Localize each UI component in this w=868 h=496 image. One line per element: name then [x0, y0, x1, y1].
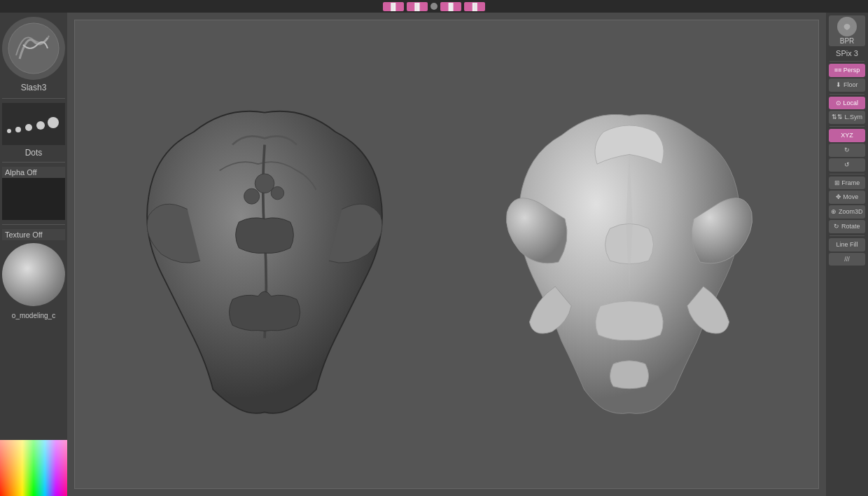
frame-button[interactable]: ⊞ Frame	[829, 177, 865, 190]
dots-preview-area[interactable]	[2, 103, 65, 145]
right-divider-2	[830, 94, 864, 95]
move-icon: ✥	[836, 193, 841, 200]
models-container	[75, 20, 818, 488]
local-label: Local	[844, 99, 859, 106]
svg-point-6	[48, 117, 59, 128]
right-divider-5	[830, 235, 864, 236]
line-fill-sub-icon: ///	[844, 256, 850, 263]
dynamic-persp-button[interactable]: ≡≡ Persp	[829, 64, 865, 77]
svg-point-9	[255, 174, 274, 193]
alpha-label: Alpha Off	[2, 167, 65, 178]
bpr-label: BPR	[840, 37, 855, 45]
main-viewport	[67, 13, 826, 496]
rotate-icon: ↻	[834, 223, 839, 230]
frame-icon: ⊞	[834, 179, 840, 186]
brush-icon-area[interactable]	[2, 17, 65, 80]
svg-point-2	[7, 129, 11, 133]
texture-preview[interactable]	[2, 243, 65, 306]
alpha-preview[interactable]	[2, 178, 65, 220]
sidebar-divider-2	[2, 162, 65, 163]
right-divider-4	[830, 174, 864, 174]
line-fill-button[interactable]: Line Fill	[829, 238, 865, 252]
line-fill-label: Line Fill	[836, 241, 858, 248]
move-label: Move	[843, 193, 858, 200]
rotate-button[interactable]: ↻ Rotate	[829, 220, 865, 233]
local-icon: ⊙	[836, 99, 841, 106]
line-fill-sub-button[interactable]: ///	[829, 253, 865, 266]
lsym-label: L.Sym	[845, 113, 863, 120]
zoom3d-icon: ⊕	[831, 208, 836, 215]
top-button-4[interactable]: ▐▌	[464, 2, 485, 11]
right-divider-3	[830, 126, 864, 127]
dots-label: Dots	[25, 148, 43, 158]
svg-point-4	[25, 124, 32, 131]
right-sidebar: BPR SPix 3 ≡≡ Persp ⬇ Floor ⊙ Local ⇅⇅ L…	[826, 13, 868, 496]
model-left	[89, 34, 440, 474]
svg-point-5	[36, 121, 45, 130]
rotate2-icon: ↺	[844, 161, 850, 168]
texture-label: Texture Off	[2, 229, 65, 240]
texture-section: Texture Off	[2, 229, 65, 309]
sidebar-divider-3	[2, 224, 65, 225]
left-sidebar: Slash3 Dots Alpha Off Texture Off o_mode…	[0, 13, 67, 496]
color-picker[interactable]	[0, 440, 67, 496]
top-button-2[interactable]: ▐▌	[407, 2, 428, 11]
alpha-section: Alpha Off	[2, 167, 65, 220]
svg-point-3	[15, 127, 21, 132]
rotate1-icon: ↻	[844, 146, 850, 153]
bpr-button[interactable]: BPR	[829, 15, 865, 46]
canvas-area[interactable]	[74, 20, 819, 489]
top-button-1[interactable]: ▐▌	[383, 2, 404, 11]
persp-label: Persp	[844, 67, 860, 74]
spix-label: SPix 3	[836, 48, 858, 59]
rotate-2-button[interactable]: ↺	[829, 158, 865, 172]
sidebar-divider-1	[2, 98, 65, 99]
svg-point-7	[244, 188, 259, 204]
zoom3d-label: Zoom3D	[839, 208, 863, 215]
lsym-button[interactable]: ⇅⇅ L.Sym	[829, 111, 865, 124]
floor-icon: ⬇	[836, 81, 841, 88]
frame-label: Frame	[841, 179, 860, 186]
top-button-3[interactable]: ▐▌	[440, 2, 461, 11]
xyz-button[interactable]: XYZ	[829, 129, 865, 142]
lsym-icon: ⇅⇅	[832, 113, 843, 120]
top-center-indicator	[430, 3, 438, 10]
local-button[interactable]: ⊙ Local	[829, 97, 865, 110]
bpr-icon	[837, 17, 857, 36]
floor-button[interactable]: ⬇ Floor	[829, 78, 865, 92]
xyz-label: XYZ	[841, 132, 853, 139]
right-divider-1	[830, 61, 864, 62]
model-right	[454, 34, 804, 474]
top-bar: ▐▌ ▐▌ ▐▌ ▐▌	[0, 0, 868, 13]
floor-label: Floor	[844, 81, 858, 88]
zoom3d-button[interactable]: ⊕ Zoom3D	[829, 205, 865, 219]
move-button[interactable]: ✥ Move	[829, 191, 865, 204]
rotate-label: Rotate	[841, 223, 860, 230]
material-label: o_modeling_c	[2, 312, 65, 319]
brush-label: Slash3	[21, 83, 47, 92]
dynamic-icon: ≡≡	[834, 67, 842, 74]
rotate-1-button[interactable]: ↻	[829, 144, 865, 157]
